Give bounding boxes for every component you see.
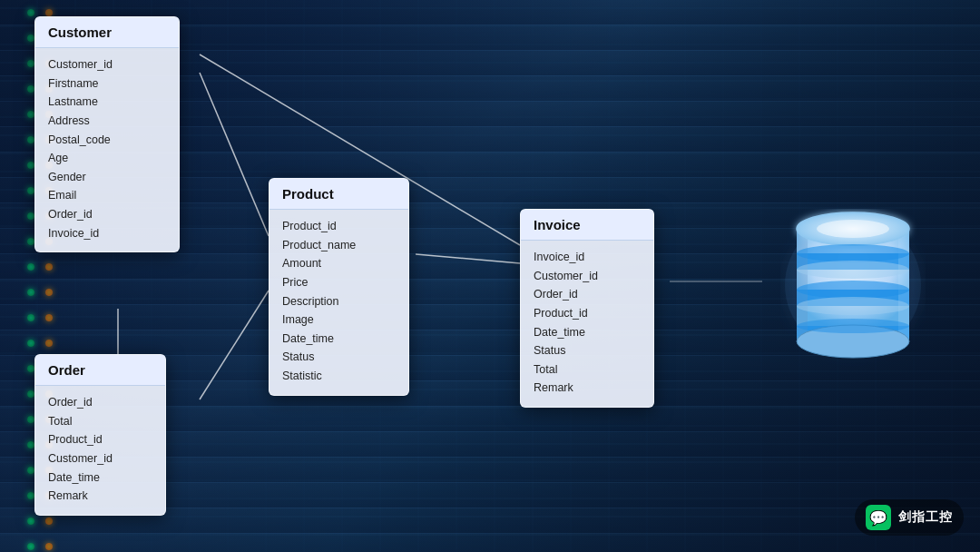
svg-point-19: [797, 281, 909, 299]
database-icon: [780, 203, 926, 349]
customer-table-header: Customer: [35, 17, 179, 48]
product-table-header: Product: [270, 179, 408, 210]
list-item: Gender: [48, 168, 166, 187]
svg-line-4: [416, 254, 520, 263]
list-item: Total: [534, 360, 641, 380]
list-item: Date_time: [534, 323, 641, 342]
list-item: Remark: [534, 379, 641, 398]
wechat-icon: 💬: [866, 505, 891, 530]
list-item: Product_id: [282, 217, 396, 236]
list-item: Product_name: [282, 236, 396, 255]
customer-table: Customer Customer_id Firstname Lastname …: [34, 16, 180, 252]
list-item: Order_id: [48, 393, 152, 412]
invoice-table: Invoice Invoice_id Customer_id Order_id …: [520, 209, 654, 408]
list-item: Image: [282, 310, 396, 330]
svg-point-22: [817, 220, 889, 238]
watermark-text: 剑指工控: [898, 509, 953, 526]
svg-line-3: [200, 291, 269, 399]
list-item: Customer_id: [48, 55, 166, 74]
svg-line-0: [200, 73, 269, 236]
list-item: Age: [48, 149, 166, 168]
svg-point-20: [797, 297, 909, 315]
list-item: Email: [48, 186, 166, 205]
list-item: Lastname: [48, 93, 166, 112]
invoice-table-header: Invoice: [521, 210, 653, 241]
watermark: 💬 剑指工控: [855, 499, 964, 536]
order-table-header: Order: [35, 355, 165, 386]
invoice-table-fields: Invoice_id Customer_id Order_id Product_…: [521, 241, 653, 407]
list-item: Price: [282, 273, 396, 292]
list-item: Status: [282, 348, 396, 367]
list-item: Order_id: [48, 205, 166, 224]
product-table-fields: Product_id Product_name Amount Price Des…: [270, 210, 408, 395]
list-item: Invoice_id: [534, 248, 641, 267]
list-item: Date_time: [282, 330, 396, 349]
list-item: Firstname: [48, 74, 166, 94]
list-item: Amount: [282, 254, 396, 273]
svg-point-18: [797, 261, 909, 279]
list-item: Customer_id: [534, 267, 641, 286]
order-table-fields: Order_id Total Product_id Customer_id Da…: [35, 386, 165, 515]
list-item: Remark: [48, 487, 152, 506]
list-item: Description: [282, 292, 396, 311]
list-item: Customer_id: [48, 449, 152, 468]
list-item: Statistic: [282, 367, 396, 386]
svg-point-17: [797, 244, 909, 262]
list-item: Product_id: [534, 304, 641, 323]
content-layer: Customer Customer_id Firstname Lastname …: [0, 0, 980, 552]
list-item: Invoice_id: [48, 224, 166, 243]
order-table: Order Order_id Total Product_id Customer…: [34, 354, 166, 516]
list-item: Address: [48, 112, 166, 131]
list-item: Product_id: [48, 430, 152, 449]
list-item: Total: [48, 412, 152, 431]
list-item: Postal_code: [48, 131, 166, 150]
product-table: Product Product_id Product_name Amount P…: [269, 178, 409, 396]
customer-table-fields: Customer_id Firstname Lastname Address P…: [35, 48, 179, 251]
list-item: Status: [534, 341, 641, 360]
list-item: Date_time: [48, 468, 152, 488]
list-item: Order_id: [534, 285, 641, 304]
svg-point-21: [797, 319, 909, 333]
